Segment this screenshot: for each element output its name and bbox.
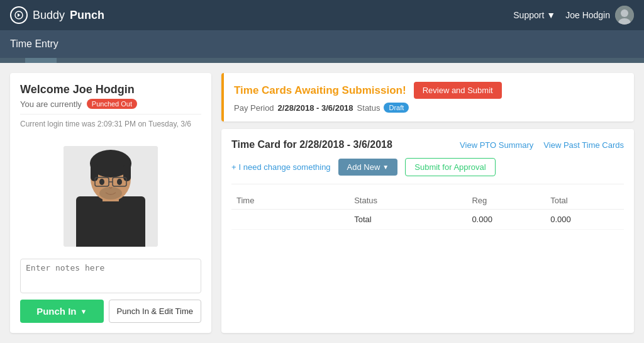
time-card-title: Time Card for 2/28/2018 - 3/6/2018 <box>231 139 392 150</box>
past-time-cards-link[interactable]: View Past Time Cards <box>543 140 624 150</box>
add-new-button[interactable]: Add New ▼ <box>338 159 398 176</box>
person-avatar <box>64 146 158 247</box>
col-status: Status <box>349 192 467 210</box>
plus-icon: + <box>231 162 236 172</box>
alert-meta: Pay Period 2/28/2018 - 3/6/2018 Status D… <box>234 103 624 113</box>
table-row: Total 0.000 0.000 <box>231 210 624 230</box>
main-content: Welcome Joe Hodgin You are currently Pun… <box>0 63 644 343</box>
review-submit-button[interactable]: Review and Submit <box>414 82 502 99</box>
logo-icon <box>10 6 28 24</box>
action-row: + I need change something Add New ▼ Subm… <box>231 158 624 184</box>
col-time: Time <box>231 192 349 210</box>
logo-punch: Punch <box>70 9 104 22</box>
notes-input[interactable] <box>20 259 201 293</box>
login-time: Current login time was 2:09:31 PM on Tue… <box>20 114 201 128</box>
alert-box: Time Cards Awaiting Submission! Review a… <box>221 73 634 121</box>
alert-title: Time Cards Awaiting Submission! <box>234 84 406 97</box>
cell-reg: 0.000 <box>467 210 545 230</box>
time-card-header: Time Card for 2/28/2018 - 3/6/2018 View … <box>231 139 624 150</box>
table-header-row: Time Status Reg Total <box>231 192 624 210</box>
support-button[interactable]: Support ▼ <box>513 10 555 20</box>
chevron-down-icon: ▼ <box>80 308 87 315</box>
tab-bar <box>0 58 644 63</box>
time-card-section: Time Card for 2/28/2018 - 3/6/2018 View … <box>221 129 634 333</box>
svg-rect-5 <box>76 196 145 247</box>
svg-rect-10 <box>123 164 131 181</box>
button-row: Punch In ▼ Punch In & Edit Time <box>20 300 201 323</box>
chevron-down-icon: ▼ <box>547 10 555 20</box>
status-prefix: Status <box>357 103 380 113</box>
chevron-down-icon: ▼ <box>382 164 389 171</box>
page-title: Time Entry <box>10 38 58 50</box>
col-total: Total <box>545 192 624 210</box>
draft-badge: Draft <box>384 103 409 113</box>
svg-rect-9 <box>91 164 98 181</box>
svg-point-15 <box>99 179 104 185</box>
logo: Buddy Punch <box>10 6 104 24</box>
pay-period-prefix: Pay Period <box>234 103 274 113</box>
punch-in-button[interactable]: Punch In ▼ <box>20 300 104 323</box>
time-table: Time Status Reg Total Total 0.000 0.000 <box>231 192 624 230</box>
welcome-title: Welcome Joe Hodgin <box>20 83 201 96</box>
avatar-container <box>20 133 201 259</box>
cell-total: 0.000 <box>545 210 624 230</box>
svg-point-2 <box>621 9 628 17</box>
time-card-links: View PTO Summary View Past Time Cards <box>460 140 624 150</box>
tab-active-indicator <box>25 58 57 63</box>
logo-buddy: Buddy <box>33 9 65 22</box>
punch-in-edit-button[interactable]: Punch In & Edit Time <box>109 300 201 323</box>
pto-summary-link[interactable]: View PTO Summary <box>460 140 533 150</box>
cell-time <box>231 210 349 230</box>
pay-period: 2/28/2018 - 3/6/2018 <box>278 103 353 113</box>
alert-title-row: Time Cards Awaiting Submission! Review a… <box>234 82 624 99</box>
status-row: You are currently Punched Out <box>20 99 201 109</box>
header-right: Support ▼ Joe Hodgin <box>513 6 634 25</box>
submit-approval-button[interactable]: Submit for Approval <box>405 158 495 176</box>
status-prefix: You are currently <box>20 99 82 109</box>
right-panel: Time Cards Awaiting Submission! Review a… <box>221 73 634 333</box>
avatar <box>615 6 634 25</box>
header: Buddy Punch Support ▼ Joe Hodgin <box>0 0 644 30</box>
svg-point-16 <box>117 179 122 185</box>
left-panel: Welcome Joe Hodgin You are currently Pun… <box>10 73 211 333</box>
cell-status: Total <box>349 210 467 230</box>
user-info: Joe Hodgin <box>565 6 634 25</box>
status-badge: Punched Out <box>87 99 137 109</box>
change-link[interactable]: + I need change something <box>231 162 331 172</box>
col-reg: Reg <box>467 192 545 210</box>
sub-header: Time Entry <box>0 30 644 58</box>
